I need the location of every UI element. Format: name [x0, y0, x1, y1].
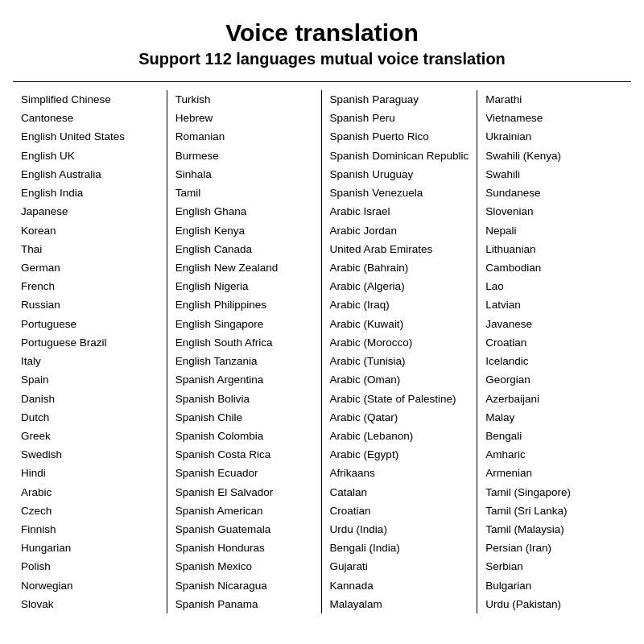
list-item: Marathi [485, 90, 623, 109]
list-item: Spanish Nicaragua [175, 576, 313, 595]
list-item: Japanese [21, 202, 159, 221]
list-item: Spanish Guatemala [175, 520, 313, 539]
list-item: English Nigeria [175, 277, 313, 295]
list-item: Swahili (Kenya) [485, 147, 623, 165]
list-item: Finnish [21, 520, 159, 539]
language-column-4: MarathiVietnameseUkrainianSwahili (Kenya… [477, 90, 631, 613]
list-item: Swedish [21, 445, 159, 464]
list-item: United Arab Emirates [330, 240, 469, 258]
list-item: Arabic (State of Palestine) [330, 390, 469, 408]
list-item: Arabic (Tunisia) [330, 352, 469, 370]
list-item: Spanish Colombia [175, 427, 313, 445]
list-item: Spanish Uruguay [330, 165, 469, 184]
list-item: Cantonese [21, 109, 159, 127]
page-title: Voice translation [16, 19, 628, 47]
list-item: Arabic Jordan [330, 221, 469, 240]
list-item: Czech [21, 502, 159, 520]
list-item: Arabic Israel [330, 202, 469, 221]
list-item: Spanish Chile [175, 408, 313, 427]
list-item: Turkish [175, 90, 313, 109]
list-item: Gujarati [330, 557, 469, 576]
list-item: Icelandic [485, 352, 623, 370]
list-item: Sundanese [485, 184, 623, 202]
list-item: Spanish Argentina [175, 370, 313, 389]
list-item: German [21, 258, 159, 277]
list-item: English Ghana [175, 202, 313, 221]
list-item: Simplified Chinese [21, 90, 159, 109]
list-item: Hebrew [175, 109, 313, 127]
list-item: Arabic (Qatar) [330, 408, 469, 427]
list-item: Tamil (Sri Lanka) [485, 502, 623, 520]
list-item: Spanish Bolivia [175, 390, 313, 408]
list-item: Hindi [21, 464, 159, 482]
list-item: Arabic (Morocco) [330, 333, 469, 352]
list-item: Dutch [21, 408, 159, 427]
list-item: Armenian [485, 464, 623, 482]
list-item: Catalan [330, 483, 469, 502]
list-item: Lithuanian [485, 240, 623, 258]
list-item: Slovak [21, 595, 159, 613]
list-item: Afrikaans [330, 464, 469, 482]
list-item: Spanish Ecuador [175, 464, 313, 482]
list-item: Spanish American [175, 502, 313, 520]
list-item: Urdu (India) [330, 520, 469, 539]
list-item: Tamil (Singapore) [485, 483, 623, 502]
list-item: Norwegian [21, 576, 159, 595]
list-item: Korean [21, 221, 159, 240]
list-item: Persian (Iran) [485, 539, 623, 557]
page-header: Voice translation Support 112 languages … [0, 0, 644, 81]
list-item: Amharic [485, 445, 623, 464]
list-item: Arabic (Lebanon) [330, 427, 469, 445]
list-item: Bengali [485, 427, 623, 445]
list-item: Arabic (Oman) [330, 370, 469, 389]
list-item: Spanish Paraguay [330, 90, 469, 109]
list-item: Thai [21, 240, 159, 258]
list-item: English Singapore [175, 315, 313, 333]
list-item: English Tanzania [175, 352, 313, 370]
list-item: Spanish Dominican Republic [330, 147, 469, 165]
list-item: Croatian [485, 333, 623, 352]
list-item: English Kenya [175, 221, 313, 240]
list-item: English Canada [175, 240, 313, 258]
list-item: Javanese [485, 315, 623, 333]
list-item: Bulgarian [485, 576, 623, 595]
list-item: Bengali (India) [330, 539, 469, 557]
list-item: Arabic (Bahrain) [330, 258, 469, 277]
list-item: Slovenian [485, 202, 623, 221]
list-item: Spanish Venezuela [330, 184, 469, 202]
list-item: Azerbaijani [485, 390, 623, 408]
language-column-2: TurkishHebrewRomanianBurmeseSinhalaTamil… [167, 90, 322, 613]
page-subtitle: Support 112 languages mutual voice trans… [16, 50, 628, 68]
list-item: Hungarian [21, 539, 159, 557]
list-item: Kannada [330, 576, 469, 595]
list-item: Spanish Peru [330, 109, 469, 127]
list-item: Malayalam [330, 595, 469, 613]
languages-columns: Simplified ChineseCantoneseEnglish Unite… [0, 90, 644, 626]
list-item: Italy [21, 352, 159, 370]
list-item: Spanish Puerto Rico [330, 127, 469, 146]
list-item: Croatian [330, 502, 469, 520]
list-item: English UK [21, 147, 159, 165]
list-item: Burmese [175, 147, 313, 165]
list-item: Georgian [485, 370, 623, 389]
list-item: Arabic (Algeria) [330, 277, 469, 295]
list-item: English New Zealand [175, 258, 313, 277]
list-item: Cambodian [485, 258, 623, 277]
list-item: Swahili [485, 165, 623, 184]
list-item: Ukrainian [485, 127, 623, 146]
list-item: Greek [21, 427, 159, 445]
list-item: English United States [21, 127, 159, 146]
list-item: Portuguese Brazil [21, 333, 159, 352]
list-item: Tamil (Malaysia) [485, 520, 623, 539]
list-item: Spanish Mexico [175, 557, 313, 576]
list-item: Arabic (Egypt) [330, 445, 469, 464]
list-item: Tamil [175, 184, 313, 202]
list-item: Arabic [21, 483, 159, 502]
list-item: Lao [485, 277, 623, 295]
list-item: Latvian [485, 295, 623, 314]
list-item: Spanish Honduras [175, 539, 313, 557]
header-divider [13, 81, 631, 82]
list-item: Nepali [485, 221, 623, 240]
list-item: French [21, 277, 159, 295]
list-item: Urdu (Pakistan) [485, 595, 623, 613]
